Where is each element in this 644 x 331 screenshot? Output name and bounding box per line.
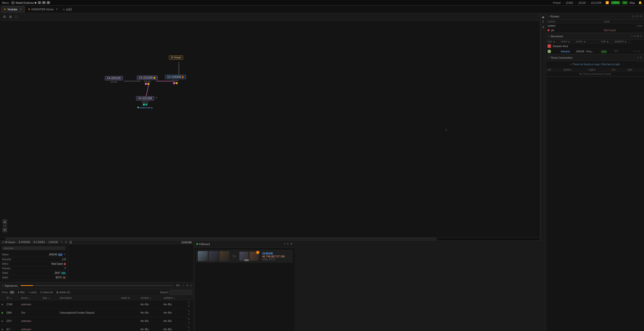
struct-col-updated[interactable]: updated ▲ — [613, 40, 631, 44]
delete-button[interactable]: 🗑 delete (0) — [55, 291, 71, 294]
zoom-down-button[interactable]: ▼ — [3, 228, 7, 232]
tab-disaster-close-icon[interactable]: ✕ — [56, 8, 58, 11]
struct-question-icon[interactable]: ? — [614, 50, 616, 53]
thera-col-type[interactable]: type — [626, 68, 644, 72]
menu-label[interactable]: Menu — [2, 1, 9, 4]
notifications-icon[interactable]: 🔔 — [638, 1, 642, 4]
struct-edit-icon[interactable]: ✎ — [633, 50, 635, 53]
system-detail: unknown Name J45246 C2 ✎ Security — [0, 244, 68, 282]
col-leads-to[interactable]: leads to — [119, 296, 139, 300]
sig-leads-cxw — [119, 300, 139, 309]
sig-del-gfy[interactable]: ✕ — [188, 321, 190, 324]
struct-question2-icon[interactable]: ? — [617, 50, 618, 53]
tab-close-icon[interactable]: ✕ — [20, 8, 22, 11]
nav-j11258[interactable]: J211258 — [591, 1, 601, 4]
breadcrumb-j145246[interactable]: J145246 — [48, 241, 58, 244]
settings-system-icon[interactable]: ⚙ — [65, 241, 67, 244]
kb-refresh-icon[interactable]: ↻ — [287, 242, 289, 246]
thera-col-system[interactable]: system — [562, 68, 587, 72]
struct-col-type[interactable]: type ▲ — [546, 40, 559, 44]
image-system-icon[interactable]: 🖼 — [69, 241, 72, 244]
routes-col-route[interactable]: route — [602, 20, 644, 24]
sig-menu-icon[interactable]: ≡ — [190, 284, 192, 287]
tab-youtube[interactable]: ★ Youtube ✕ — [1, 6, 25, 12]
col-updated[interactable]: updated ▲ — [162, 296, 186, 300]
sig-del-ily[interactable]: ✕ — [188, 329, 190, 331]
routes-col-system[interactable]: system — [546, 20, 577, 24]
tab-disaster-home[interactable]: ★ DISASTER Home ✕ — [25, 6, 61, 12]
map-canvas[interactable]: H Yrmori C2 J145246 C2 H — [0, 21, 540, 237]
col-created[interactable]: created ▲ — [139, 296, 162, 300]
layers-icon[interactable]: ⬚ — [14, 14, 19, 19]
breadcrumb-wspace[interactable]: W-Space — [5, 241, 15, 244]
map-label[interactable]: Map — [630, 1, 635, 4]
routes-close-icon[interactable]: ✕ — [640, 15, 642, 18]
col-id[interactable]: ID ▲ — [5, 296, 20, 300]
sig-progress-fill — [21, 285, 33, 286]
select-all-button[interactable]: ☑ select all — [39, 291, 54, 294]
node-yrmori[interactable]: H Yrmori — [169, 55, 183, 60]
nav-j2120[interactable]: J2120 — [578, 1, 586, 4]
filter-button[interactable]: ▼ filter — [16, 291, 26, 294]
kb-filter-icon[interactable]: ▼ — [290, 242, 293, 246]
sig-edit-ebh[interactable]: ✎ — [188, 309, 190, 312]
add-tab-button[interactable]: + add — [61, 7, 73, 11]
thera-add-row[interactable]: + Thera not found on map. Click here to … — [546, 61, 644, 68]
routes-refresh-icon[interactable]: ↻ — [637, 15, 639, 18]
routes-icon-2[interactable]: ≡ — [634, 15, 636, 18]
col-description[interactable]: description — [58, 296, 120, 300]
thera-add-text[interactable]: + Thera not found on map. Click here to … — [570, 63, 620, 66]
structures-close-icon[interactable]: ✕ — [640, 35, 642, 38]
col-group[interactable]: group ▲ — [20, 296, 41, 300]
zoom-up-button[interactable]: ▲ — [3, 219, 7, 224]
all-filter-button[interactable]: All — [9, 291, 15, 294]
undo-button[interactable]: ↩ undo — [27, 291, 38, 294]
kill-victim-avatar-2 — [209, 251, 219, 261]
sig-download-icon[interactable]: ⬇ — [186, 284, 188, 287]
map-horizontal-scrollbar[interactable] — [0, 237, 540, 240]
nav-j1452[interactable]: J1452 — [566, 1, 573, 4]
thera-col-sec[interactable]: sec — [546, 68, 562, 72]
col-type[interactable]: type ▲ — [41, 296, 58, 300]
routes-icon-1[interactable]: ≡ — [632, 15, 633, 18]
search-input[interactable] — [170, 290, 192, 294]
struct-col-note[interactable]: note ▲ — [599, 40, 613, 44]
map-icon[interactable]: ⊞ — [8, 14, 13, 19]
sig-id-ebh: EBH — [5, 309, 20, 317]
filter-label: filter — [20, 291, 25, 294]
thera-col-con[interactable]: con — [610, 68, 626, 72]
kb-external-link-icon[interactable]: ↗ — [283, 242, 286, 246]
struct-col-owner[interactable]: owner ▲ — [574, 40, 599, 44]
nav-yrmori[interactable]: Yrmori — [553, 1, 561, 4]
thera-col-region[interactable]: region — [587, 68, 610, 72]
sig-edit-ily[interactable]: ✎ — [188, 326, 190, 329]
structures-settings-icon[interactable]: ⚙ — [637, 35, 639, 38]
breadcrumb-br00008[interactable]: B-R00008 — [19, 241, 30, 244]
node-j145246[interactable]: C2 J145246 C2 H — [165, 75, 186, 84]
struct-col-name[interactable]: name ▲ — [559, 40, 574, 44]
sig-edit-cxw[interactable]: ✎ — [188, 301, 190, 304]
thera-external-icon[interactable]: ↗ — [637, 56, 639, 59]
name-edit-icon[interactable]: ✎ — [63, 253, 66, 256]
collapse-up-button[interactable]: ▲ — [540, 14, 546, 20]
edit-map-icon[interactable]: ✎ — [445, 128, 447, 132]
detail-name-label: Name — [2, 253, 9, 256]
settings-icon[interactable]: ⚙ — [2, 14, 7, 19]
node-j212028[interactable]: C4 J212028 C4 C4 — [137, 76, 158, 85]
edit-system-icon[interactable]: ✎ — [60, 241, 63, 244]
sig-del-ebh[interactable]: ✕ — [188, 313, 190, 316]
structures-add-icon[interactable]: + — [631, 35, 633, 38]
struct-del-icon[interactable]: ✕ — [638, 50, 640, 53]
thera-refresh-icon[interactable]: ↻ — [640, 56, 642, 59]
node-j211258[interactable]: C4 J211258 ▼ C3 C3 Wadd Enderas — [136, 96, 154, 109]
sig-edit-gfy[interactable]: ✎ — [188, 318, 190, 321]
structures-refresh-icon[interactable]: ↻ — [634, 35, 636, 38]
sig-add-button[interactable]: + — [183, 284, 184, 287]
struct-astranis-name: Astranis — [559, 49, 574, 54]
breadcrumb-bc00063[interactable]: B-C00063 — [34, 241, 45, 244]
detail-effect: Effect Red Giant — [2, 262, 66, 266]
node-j222125[interactable]: C4 J222125 C3 C4 — [105, 76, 123, 83]
struct-link-icon[interactable]: ↗ — [636, 50, 638, 53]
sig-del-cxw[interactable]: ✕ — [188, 304, 190, 307]
kill-victim-img-1 — [198, 251, 208, 261]
